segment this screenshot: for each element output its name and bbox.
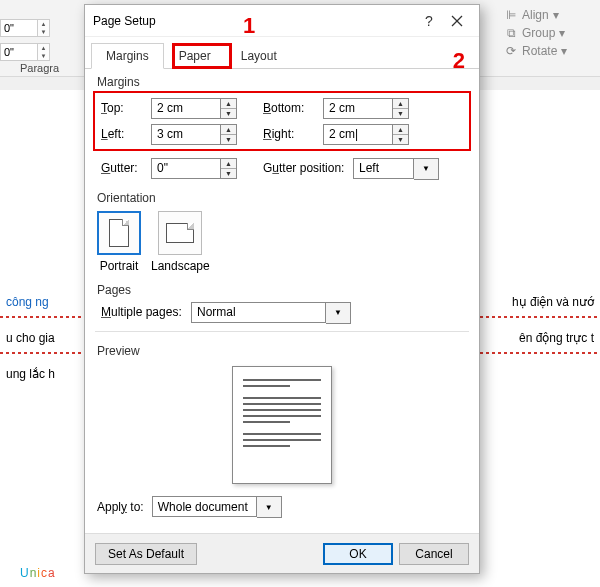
landscape-option[interactable]: Landscape: [151, 211, 210, 273]
orientation-section-label: Orientation: [85, 185, 479, 207]
apply-to-label: Apply to:: [97, 500, 144, 514]
tab-layout[interactable]: Layout: [226, 43, 292, 69]
right-label: Right:: [261, 127, 319, 141]
dialog-footer: Set As Default OK Cancel: [85, 533, 479, 573]
annotation-2: 2: [453, 48, 465, 74]
apply-to-dropdown[interactable]: Whole document ▼: [152, 496, 282, 517]
portrait-icon: [109, 219, 129, 247]
spinner-buttons[interactable]: ▲▼: [221, 98, 237, 119]
margins-section-label: Margins: [85, 69, 479, 91]
help-button[interactable]: ?: [415, 7, 443, 35]
group-label: Group: [522, 26, 555, 40]
paragraph-group-label: Paragra: [20, 62, 59, 74]
rotate-label: Rotate: [522, 44, 557, 58]
arrange-group: ⊫ Align▾ ⧉ Group▾ ⟳ Rotate▾: [504, 6, 594, 60]
right-input[interactable]: 2 cm| ▲▼: [323, 124, 409, 145]
top-input[interactable]: 2 cm ▲▼: [151, 98, 237, 119]
preview-section-label: Preview: [85, 338, 479, 360]
align-label: Align: [522, 8, 549, 22]
tab-paper[interactable]: Paper: [164, 43, 226, 69]
left-input[interactable]: 3 cm ▲▼: [151, 124, 237, 145]
cancel-button[interactable]: Cancel: [399, 543, 469, 565]
multiple-pages-label: Multiple pages:: [99, 305, 187, 319]
annotation-1: 1: [243, 13, 255, 39]
landscape-icon: [166, 223, 194, 243]
indent-left-input[interactable]: 0": [0, 19, 38, 37]
spinner-buttons[interactable]: ▲▼: [221, 158, 237, 179]
page-setup-dialog: Page Setup ? 1 2 Margins Paper Layout Ma…: [84, 4, 480, 574]
doc-text: u cho gia: [6, 331, 55, 345]
chevron-down-icon: ▼: [414, 158, 439, 180]
bottom-input[interactable]: 2 cm ▲▼: [323, 98, 409, 119]
spinner-buttons[interactable]: ▲▼: [221, 124, 237, 145]
align-button[interactable]: ⊫ Align▾: [504, 6, 594, 24]
pages-section-label: Pages: [85, 277, 479, 299]
spinner-buttons[interactable]: ▲▼: [393, 124, 409, 145]
spinner-buttons[interactable]: ▲▼: [393, 98, 409, 119]
rotate-icon: ⟳: [504, 44, 518, 58]
portrait-label: Portrait: [100, 259, 139, 273]
indent-left-spinner[interactable]: ▲▼: [38, 19, 50, 37]
landscape-label: Landscape: [151, 259, 210, 273]
top-label: Top:: [99, 101, 147, 115]
portrait-option[interactable]: Portrait: [97, 211, 141, 273]
doc-text: công ng: [6, 295, 49, 309]
indent-right-spinner[interactable]: ▲▼: [38, 43, 50, 61]
doc-text: ên động trực t: [519, 331, 594, 345]
left-label: Left:: [99, 127, 147, 141]
gutter-label: Gutter:: [99, 161, 147, 175]
chevron-down-icon: ▼: [326, 302, 351, 324]
titlebar: Page Setup ?: [85, 5, 479, 37]
tabs: Margins Paper Layout: [85, 43, 479, 69]
indent-right-input[interactable]: 0": [0, 43, 38, 61]
ok-button[interactable]: OK: [323, 543, 393, 565]
indent-group: 0" ▲▼ 0" ▲▼: [0, 18, 60, 62]
margins-highlight-box: Top: 2 cm ▲▼ Bottom: 2 cm ▲▼ Left: 3 cm …: [93, 91, 471, 151]
set-default-button[interactable]: Set As Default: [95, 543, 197, 565]
chevron-down-icon: ▼: [257, 496, 282, 518]
multiple-pages-dropdown[interactable]: Normal ▼: [191, 302, 351, 323]
group-icon: ⧉: [504, 26, 518, 40]
preview-page: [232, 366, 332, 484]
align-icon: ⊫: [504, 8, 518, 22]
gutter-position-dropdown[interactable]: Left ▼: [353, 158, 439, 179]
doc-text: ung lắc h: [6, 367, 55, 381]
divider: [95, 331, 469, 332]
close-icon: [451, 15, 463, 27]
gutter-pos-label: Gutter position:: [261, 161, 349, 175]
gutter-input[interactable]: 0" ▲▼: [151, 158, 237, 179]
watermark-logo: Unica: [20, 555, 56, 583]
close-button[interactable]: [443, 7, 471, 35]
group-button[interactable]: ⧉ Group▾: [504, 24, 594, 42]
doc-text: hụ điện và nướ: [512, 295, 594, 309]
rotate-button[interactable]: ⟳ Rotate▾: [504, 42, 594, 60]
tab-margins[interactable]: Margins: [91, 43, 164, 69]
bottom-label: Bottom:: [261, 101, 319, 115]
